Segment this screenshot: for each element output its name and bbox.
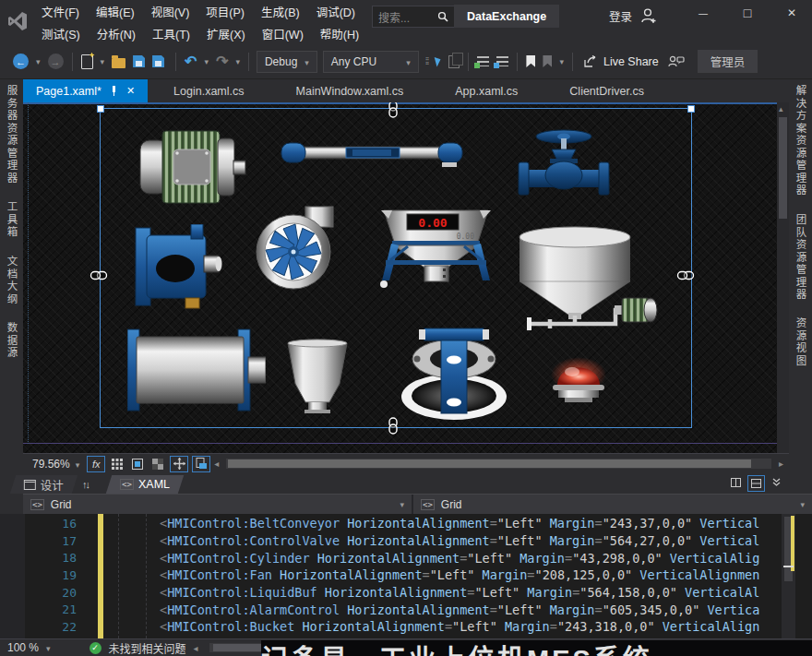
anchor-adorner-bottom-icon[interactable]: [388, 417, 399, 435]
project-name-badge[interactable]: DataExchange: [454, 5, 559, 28]
designer-hscroll-thumb[interactable]: [228, 459, 751, 468]
bucket-control[interactable]: [284, 338, 351, 417]
document-tab-MainWindow.xaml.cs[interactable]: MainWindow.xaml.cs: [270, 79, 430, 102]
anchor-adorner-top-icon[interactable]: [388, 102, 399, 118]
bookmark-dropdown[interactable]: [556, 51, 567, 73]
tab-design-view[interactable]: 设计: [10, 475, 78, 494]
quick-search-input[interactable]: 搜索...: [372, 6, 455, 28]
menu-item-row1-4[interactable]: 生成(B): [253, 3, 308, 20]
show-grid-button[interactable]: [109, 457, 125, 471]
menu-item-row2-4[interactable]: 窗口(W): [254, 25, 312, 42]
menu-item-row2-3[interactable]: 扩展(X): [198, 25, 254, 42]
cylinder-control[interactable]: [132, 224, 224, 312]
designer-zoom-dropdown[interactable]: 79.56%: [29, 458, 83, 471]
undo-dropdown[interactable]: [201, 51, 211, 73]
code-line-18[interactable]: 18<HMIControl:Cylinder HorizontalAlignme…: [0, 549, 812, 567]
swap-panes-button[interactable]: ↑↓: [75, 475, 96, 494]
open-file-button[interactable]: [109, 51, 128, 73]
menu-item-row1-2[interactable]: 视图(V): [143, 3, 198, 20]
roller-motor-control[interactable]: [127, 328, 266, 412]
redo-button[interactable]: ↶: [213, 51, 231, 73]
live-share-button[interactable]: Live Share: [578, 55, 664, 68]
anchor-adorner-left-icon[interactable]: [90, 270, 108, 281]
menu-item-row1-0[interactable]: 文件(F): [33, 3, 88, 20]
breadcrumb-left-dropdown[interactable]: [400, 500, 404, 509]
code-line-20[interactable]: 20<HMIControl:LiquidBuf HorizontalAlignm…: [0, 584, 812, 602]
breadcrumb-right-pane[interactable]: Grid: [413, 495, 812, 514]
liquid-buffer-tank-control[interactable]: [513, 224, 661, 330]
selection-handle-top-right[interactable]: [687, 105, 695, 113]
maximize-button[interactable]: [732, 0, 763, 26]
navigate-forward-button[interactable]: →: [45, 51, 66, 73]
pin-tab-icon[interactable]: [110, 86, 118, 96]
undo-button[interactable]: ↶: [182, 51, 199, 73]
minimize-button[interactable]: [687, 0, 719, 26]
anchor-adorner-right-icon[interactable]: [677, 270, 695, 281]
scroll-up-icon[interactable]: ▴: [779, 104, 783, 113]
xaml-code-editor[interactable]: 16<HMIControl:BeltConveyor HorizontalAli…: [0, 514, 812, 638]
left-tool-tab-1[interactable]: 工具箱: [5, 201, 19, 239]
find-in-files-button[interactable]: [446, 51, 462, 73]
right-tool-tab-0[interactable]: 解决方案资源管理器: [794, 85, 808, 197]
electric-motor-control[interactable]: [138, 127, 247, 209]
solution-configuration-dropdown[interactable]: Debug: [257, 51, 317, 73]
previous-bookmark-button[interactable]: [540, 51, 555, 73]
code-line-21[interactable]: 21<HMIControl:AlarmControl HorizontalAli…: [0, 601, 812, 618]
right-tool-tab-1[interactable]: 团队资源管理器: [794, 214, 808, 302]
editor-zoom-dropdown[interactable]: [46, 641, 51, 654]
selection-handle-top-left[interactable]: [97, 105, 104, 113]
close-window-button[interactable]: [776, 0, 807, 26]
status-scroll-left-icon[interactable]: ◂: [194, 643, 198, 653]
xaml-designer-canvas[interactable]: 0.00 0.00: [23, 102, 789, 453]
menu-item-row1-1[interactable]: 编辑(E): [88, 3, 143, 20]
indent-increase-button[interactable]: [494, 51, 511, 73]
document-tab-ClientDriver.cs[interactable]: ClientDriver.cs: [543, 79, 670, 102]
menu-item-row2-5[interactable]: 帮助(H): [312, 25, 367, 42]
breadcrumb-right-dropdown[interactable]: [800, 500, 805, 509]
horizontal-split-button[interactable]: [747, 475, 765, 492]
menu-item-row2-0[interactable]: 测试(S): [33, 25, 89, 42]
collapse-pane-button[interactable]: [769, 475, 784, 490]
editor-vertical-scrollbar[interactable]: [782, 514, 795, 638]
send-feedback-button[interactable]: [665, 51, 687, 73]
check-bracket-control[interactable]: [399, 325, 517, 422]
solution-platform-dropdown[interactable]: Any CPU: [323, 51, 419, 73]
left-tool-tab-3[interactable]: 数据源: [5, 322, 19, 360]
admin-mode-badge[interactable]: 管理员: [698, 50, 758, 73]
new-file-button[interactable]: [78, 51, 96, 73]
redo-dropdown[interactable]: [233, 51, 243, 73]
code-line-17[interactable]: 17<HMIControl:ControlValve HorizontalAli…: [0, 532, 812, 550]
scroll-left-icon[interactable]: ◂: [214, 459, 219, 469]
alarm-lamp-control[interactable]: [546, 356, 611, 408]
editor-zoom-value[interactable]: 100 %: [7, 641, 39, 654]
navigate-back-dropdown[interactable]: [33, 51, 43, 73]
document-tab-App.xaml.cs[interactable]: App.xaml.cs: [429, 79, 543, 102]
document-tab-Page1.xaml*[interactable]: Page1.xaml*: [23, 79, 148, 102]
scroll-right-icon[interactable]: ▸: [779, 459, 783, 469]
toolbar-overflow-button[interactable]: ⁞⁞: [423, 51, 432, 73]
control-valve-control[interactable]: [517, 127, 611, 201]
toggle-bookmark-button[interactable]: [523, 51, 538, 73]
save-all-button[interactable]: [149, 51, 170, 73]
new-file-dropdown[interactable]: [98, 51, 108, 73]
snap-to-grid-button[interactable]: [129, 457, 146, 471]
designer-horizontal-scrollbar[interactable]: [226, 459, 771, 469]
menu-item-row1-3[interactable]: 项目(P): [197, 3, 253, 20]
right-tool-tab-2[interactable]: 资源视图: [794, 317, 808, 367]
canvas-vertical-scrollbar[interactable]: ▴: [777, 102, 789, 453]
effects-toggle-button[interactable]: [87, 456, 105, 472]
navigate-back-button[interactable]: ←: [10, 51, 31, 73]
indent-decrease-button[interactable]: [474, 51, 492, 73]
document-tab-Login.xaml.cs[interactable]: Login.xaml.cs: [148, 79, 269, 102]
transparency-button[interactable]: [149, 457, 166, 471]
left-tool-tab-2[interactable]: 文档大纲: [5, 256, 19, 305]
weigher-control[interactable]: 0.00 0.00: [378, 203, 494, 288]
fan-control[interactable]: [252, 203, 340, 291]
tab-xaml-view[interactable]: XAML: [106, 475, 184, 494]
login-area[interactable]: 登录: [609, 5, 658, 27]
vertical-split-button[interactable]: [728, 475, 744, 490]
snapline-toggle-button[interactable]: [170, 456, 188, 472]
menu-item-row2-1[interactable]: 分析(N): [89, 25, 144, 42]
code-line-22[interactable]: 22<HMIControl:Bucket HorizontalAlignment…: [0, 618, 812, 636]
snap-to-snaplines-button[interactable]: [192, 456, 210, 472]
